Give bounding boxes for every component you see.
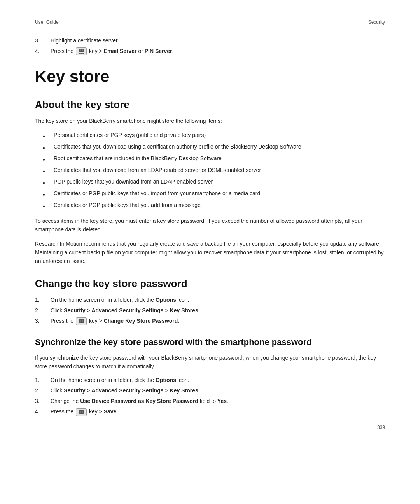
change-step-3: 3. Press the key > Change Key Store Pass…	[35, 317, 385, 325]
menu-key-icon-3	[76, 408, 87, 416]
key-grid-2	[79, 319, 84, 323]
bullet-dot-1	[43, 132, 51, 141]
about-para-1: To access items in the key store, you mu…	[35, 217, 385, 234]
page-header: User Guide Security	[35, 19, 385, 25]
sync-step-4: 4. Press the key > Save.	[35, 408, 385, 416]
header-right: Security	[368, 19, 385, 25]
bullet-1-text: Personal certificates or PGP keys (publi…	[54, 131, 206, 139]
key-grid	[79, 49, 84, 54]
change-step-2-content: Click Security > Advanced Security Setti…	[51, 306, 200, 315]
sync-step-1-content: On the home screen or in a folder, click…	[51, 376, 189, 384]
bullet-6-text: Certificates or PGP public keys that you…	[54, 189, 260, 198]
page: User Guide Security 3. Highlight a certi…	[0, 0, 420, 450]
sync-step-3: 3. Change the Use Device Password as Key…	[35, 397, 385, 405]
about-bullets: Personal certificates or PGP keys (publi…	[35, 131, 385, 211]
bullet-4: Certificates that you download from an L…	[35, 166, 385, 176]
header-left: User Guide	[35, 19, 59, 25]
menu-key-icon-2	[76, 317, 87, 325]
bullet-dot-7	[43, 202, 51, 211]
bullet-5-text: PGP public keys that you download from a…	[54, 178, 213, 186]
bullet-dot-4	[43, 167, 51, 176]
section-change-title: Change the key store password	[35, 277, 385, 290]
page-number: 339	[377, 425, 385, 430]
sync-step-2-content: Click Security > Advanced Security Setti…	[51, 387, 200, 395]
change-step-1-number: 1.	[35, 296, 51, 304]
intro-steps: 3. Highlight a certificate server. 4. Pr…	[35, 37, 385, 55]
sync-step-4-content: Press the key > Save.	[51, 408, 118, 416]
bullet-4-text: Certificates that you download from an L…	[54, 166, 261, 174]
step-4: 4. Press the key > Email Server or PIN S…	[35, 47, 385, 55]
change-step-3-number: 3.	[35, 317, 51, 325]
change-step-1: 1. On the home screen or in a folder, cl…	[35, 296, 385, 304]
bullet-dot-3	[43, 155, 51, 164]
bullet-6: Certificates or PGP public keys that you…	[35, 189, 385, 200]
bullet-dot-2	[43, 144, 51, 153]
bullet-3-text: Root certificates that are included in t…	[54, 154, 222, 163]
sync-steps: 1. On the home screen or in a folder, cl…	[35, 376, 385, 416]
sync-step-2-number: 2.	[35, 387, 51, 395]
bullet-3: Root certificates that are included in t…	[35, 154, 385, 164]
step-3-number: 3.	[35, 37, 51, 45]
about-para-2: Research In Motion recommends that you r…	[35, 240, 385, 266]
key-grid-3	[79, 410, 84, 414]
bullet-dot-5	[43, 178, 51, 188]
sync-step-4-number: 4.	[35, 408, 51, 416]
step-4-number: 4.	[35, 47, 51, 55]
sync-step-1: 1. On the home screen or in a folder, cl…	[35, 376, 385, 384]
step-3: 3. Highlight a certificate server.	[35, 37, 385, 45]
bullet-1: Personal certificates or PGP keys (publi…	[35, 131, 385, 141]
section-sync-title: Synchronize the key store password with …	[35, 337, 385, 348]
bullet-dot-6	[43, 190, 51, 200]
sync-step-1-number: 1.	[35, 376, 51, 384]
change-steps: 1. On the home screen or in a folder, cl…	[35, 296, 385, 325]
change-step-2-number: 2.	[35, 306, 51, 315]
change-step-1-content: On the home screen or in a folder, click…	[51, 296, 189, 304]
sync-intro: If you synchronize the key store passwor…	[35, 354, 385, 371]
change-step-3-content: Press the key > Change Key Store Passwor…	[51, 317, 179, 325]
bullet-2-text: Certificates that you download using a c…	[54, 143, 301, 151]
bullet-7: Certificates or PGP public keys that you…	[35, 201, 385, 211]
change-step-2: 2. Click Security > Advanced Security Se…	[35, 306, 385, 315]
sync-step-3-number: 3.	[35, 397, 51, 405]
section-about-title: About the key store	[35, 98, 385, 112]
sync-step-3-content: Change the Use Device Password as Key St…	[51, 397, 228, 405]
bullet-5: PGP public keys that you download from a…	[35, 178, 385, 188]
menu-key-icon	[76, 47, 87, 55]
bullet-7-text: Certificates or PGP public keys that you…	[54, 201, 201, 209]
sync-step-2: 2. Click Security > Advanced Security Se…	[35, 387, 385, 395]
main-title: Key store	[35, 67, 385, 86]
bullet-2: Certificates that you download using a c…	[35, 143, 385, 153]
about-intro: The key store on your BlackBerry smartph…	[35, 117, 385, 125]
step-3-content: Highlight a certificate server.	[51, 37, 119, 45]
step-4-content: Press the key > Email Server or PIN Serv…	[51, 47, 173, 55]
